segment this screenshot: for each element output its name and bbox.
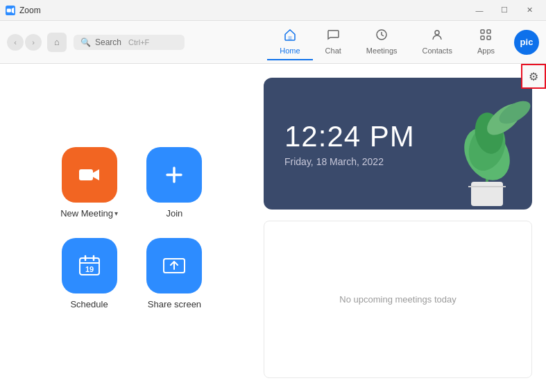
home-icon — [283, 28, 297, 45]
plus-icon — [161, 162, 187, 188]
gear-icon: ⚙ — [529, 70, 538, 83]
share-screen-button[interactable] — [146, 238, 202, 293]
nav-home-button[interactable]: ⌂ — [47, 33, 67, 52]
svg-rect-6 — [481, 30, 484, 33]
schedule-item[interactable]: 19 Schedule — [62, 238, 117, 309]
tab-chat-label: Chat — [325, 46, 341, 55]
right-panel: 12:24 PM Friday, 18 March, 2022 — [264, 64, 546, 392]
schedule-label: Schedule — [70, 299, 108, 309]
avatar[interactable]: pic — [514, 30, 539, 55]
tab-meetings[interactable]: Meetings — [354, 24, 410, 60]
action-grid: New Meeting ▾ Join — [60, 147, 203, 309]
tab-apps-label: Apps — [477, 46, 495, 55]
tab-chat[interactable]: Chat — [313, 24, 354, 60]
tab-meetings-label: Meetings — [366, 46, 398, 55]
maximize-button[interactable]: ☐ — [493, 3, 515, 18]
search-label: Search — [95, 37, 121, 47]
video-icon — [76, 162, 103, 188]
new-meeting-button[interactable] — [62, 147, 117, 203]
calendar-icon: 19 — [77, 253, 102, 278]
share-screen-label: Share screen — [148, 299, 201, 309]
svg-rect-8 — [481, 36, 484, 40]
contacts-icon — [430, 28, 444, 45]
nav-back-button[interactable]: ‹ — [7, 34, 24, 51]
tab-home[interactable]: Home — [267, 24, 312, 60]
nav-tabs: Home Chat Meetings — [267, 24, 507, 60]
new-meeting-item[interactable]: New Meeting ▾ — [60, 147, 118, 219]
svg-rect-10 — [79, 169, 93, 180]
meetings-icon — [375, 28, 389, 45]
search-shortcut: Ctrl+F — [128, 38, 149, 46]
nav-arrows: ‹ › — [7, 34, 42, 51]
svg-rect-20 — [471, 182, 503, 206]
tab-home-label: Home — [280, 46, 300, 55]
new-meeting-label: New Meeting ▾ — [60, 208, 118, 219]
meetings-panel: No upcoming meetings today — [264, 221, 532, 378]
clock-card: 12:24 PM Friday, 18 March, 2022 — [264, 78, 532, 210]
svg-rect-7 — [487, 30, 490, 33]
svg-point-5 — [435, 31, 439, 35]
clock-date: Friday, 18 March, 2022 — [284, 156, 415, 167]
minimize-button[interactable]: — — [468, 3, 490, 18]
app-logo-icon — [6, 6, 15, 15]
join-button[interactable] — [146, 147, 202, 203]
svg-rect-9 — [487, 36, 490, 40]
app-title: Zoom — [19, 6, 468, 15]
left-panel: New Meeting ▾ Join — [0, 64, 264, 392]
dropdown-arrow-icon: ▾ — [114, 210, 118, 217]
no-meetings-text: No upcoming meetings today — [339, 294, 456, 305]
window-controls: — ☐ ✕ — [468, 3, 540, 18]
share-screen-icon — [162, 253, 187, 278]
clock-time: 12:24 PM — [284, 120, 415, 153]
join-item[interactable]: Join — [146, 147, 202, 219]
home-small-icon: ⌂ — [54, 37, 60, 47]
main-content: New Meeting ▾ Join — [0, 64, 546, 392]
title-bar: Zoom — ☐ ✕ — [0, 0, 546, 21]
svg-rect-1 — [7, 8, 11, 12]
svg-rect-3 — [288, 36, 291, 40]
search-icon: 🔍 — [80, 37, 91, 47]
share-screen-item[interactable]: Share screen — [146, 238, 202, 309]
settings-button[interactable]: ⚙ — [521, 64, 546, 89]
tab-contacts-label: Contacts — [423, 46, 452, 55]
apps-icon — [479, 28, 493, 45]
svg-text:19: 19 — [85, 265, 93, 273]
avatar-initials: pic — [520, 37, 534, 47]
tab-contacts[interactable]: Contacts — [410, 24, 465, 60]
chat-icon — [326, 28, 340, 45]
nav-forward-button[interactable]: › — [25, 34, 42, 51]
schedule-button[interactable]: 19 — [62, 238, 117, 293]
nav-bar: ‹ › ⌂ 🔍 Search Ctrl+F Home — [0, 21, 546, 64]
clock-info: 12:24 PM Friday, 18 March, 2022 — [284, 120, 415, 167]
join-label: Join — [167, 208, 183, 219]
search-bar[interactable]: 🔍 Search Ctrl+F — [74, 35, 185, 50]
tab-apps[interactable]: Apps — [465, 24, 507, 60]
close-button[interactable]: ✕ — [518, 3, 540, 18]
plant-decoration-icon — [442, 99, 532, 210]
